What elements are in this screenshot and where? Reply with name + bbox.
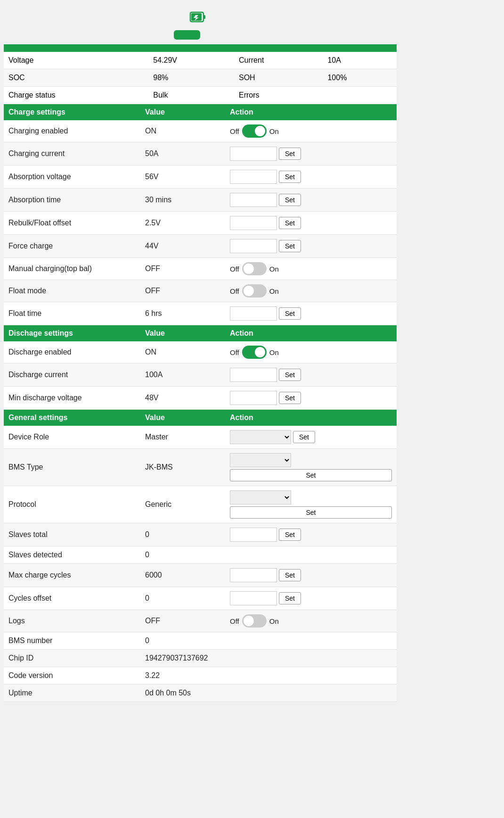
setting-action bbox=[225, 685, 397, 702]
setting-value: OFF bbox=[140, 280, 225, 302]
set-button[interactable]: Set bbox=[230, 506, 392, 519]
setting-value: 0 bbox=[140, 632, 225, 650]
setting-label: Charging current bbox=[4, 142, 140, 165]
setting-label: Slaves detected bbox=[4, 546, 140, 564]
set-button[interactable]: Set bbox=[230, 469, 392, 481]
dropdown-select[interactable] bbox=[230, 453, 291, 467]
value-input[interactable] bbox=[230, 568, 277, 582]
toggle-switch[interactable] bbox=[242, 284, 267, 297]
set-button[interactable]: Set bbox=[279, 240, 301, 252]
settings-row: Protocol Generic Set bbox=[4, 486, 397, 523]
battery-value-1: 54.29V bbox=[148, 52, 234, 69]
battery-label-2: Current bbox=[234, 52, 323, 69]
dropdown-stacked-group: Set bbox=[230, 490, 392, 519]
setting-action: Set bbox=[225, 235, 397, 258]
setting-label: Uptime bbox=[4, 685, 140, 702]
setting-action: Set bbox=[225, 564, 397, 587]
value-input[interactable] bbox=[230, 147, 277, 161]
nav-home[interactable] bbox=[147, 30, 174, 40]
svg-rect-1 bbox=[203, 15, 205, 19]
setting-label: Absorption time bbox=[4, 189, 140, 212]
setting-value: 50A bbox=[140, 142, 225, 165]
setting-action bbox=[225, 632, 397, 650]
section-label: Dischage settings bbox=[4, 325, 140, 341]
toggle-switch[interactable] bbox=[242, 262, 267, 275]
setting-action: Off On bbox=[225, 280, 397, 302]
battery-label-1: Voltage bbox=[4, 52, 148, 69]
value-input[interactable] bbox=[230, 170, 277, 184]
value-input[interactable] bbox=[230, 368, 277, 382]
set-button[interactable]: Set bbox=[279, 194, 301, 206]
set-button[interactable]: Set bbox=[279, 307, 301, 320]
nav-wifi[interactable] bbox=[200, 30, 227, 40]
value-input[interactable] bbox=[230, 239, 277, 253]
set-button[interactable]: Set bbox=[279, 148, 301, 160]
section-action-header: Action bbox=[225, 104, 397, 120]
setting-action: Set bbox=[225, 364, 397, 387]
setting-action: Set bbox=[225, 426, 397, 449]
setting-label: Chip ID bbox=[4, 650, 140, 667]
value-input[interactable] bbox=[230, 391, 277, 405]
toggle-slider bbox=[242, 124, 267, 138]
value-input[interactable] bbox=[230, 193, 277, 207]
setting-value: ON bbox=[140, 341, 225, 364]
section-value-header: Value bbox=[140, 410, 225, 426]
settings-row: BMS number 0 bbox=[4, 632, 397, 650]
settings-row: Uptime 0d 0h 0m 50s bbox=[4, 685, 397, 702]
set-button[interactable]: Set bbox=[279, 529, 301, 541]
toggle-switch[interactable] bbox=[242, 614, 267, 628]
battery-value-2: 10A bbox=[323, 52, 397, 69]
input-set-group: Set bbox=[230, 147, 392, 161]
dropdown-select[interactable] bbox=[230, 490, 291, 504]
input-set-group: Set bbox=[230, 568, 392, 582]
set-button[interactable]: Set bbox=[279, 592, 301, 604]
value-input[interactable] bbox=[230, 306, 277, 321]
settings-row: Force charge 44V Set bbox=[4, 235, 397, 258]
value-input[interactable] bbox=[230, 591, 277, 605]
toggle-switch[interactable] bbox=[242, 124, 267, 138]
setting-action: Off On bbox=[225, 258, 397, 280]
settings-row: Absorption voltage 56V Set bbox=[4, 165, 397, 189]
setting-value: 100A bbox=[140, 364, 225, 387]
setting-value: 0 bbox=[140, 587, 225, 610]
toggle-slider bbox=[242, 262, 267, 275]
setting-value: 30 mins bbox=[140, 189, 225, 212]
input-set-group: Set bbox=[230, 216, 392, 230]
setting-label: Absorption voltage bbox=[4, 165, 140, 189]
nav-settings[interactable] bbox=[174, 30, 200, 40]
section-value-header: Value bbox=[140, 104, 225, 120]
section-value-header: Value bbox=[140, 325, 225, 341]
toggle-on-label: On bbox=[269, 127, 279, 135]
set-button[interactable]: Set bbox=[279, 369, 301, 381]
setting-action: Off On bbox=[225, 610, 397, 632]
dropdown-stacked-group: Set bbox=[230, 453, 392, 481]
setting-label: Device Role bbox=[4, 426, 140, 449]
setting-value: 48V bbox=[140, 387, 225, 410]
battery-info-row: SOC 98% SOH 100% bbox=[4, 69, 397, 87]
section-action-header: Action bbox=[225, 325, 397, 341]
nav-firmware[interactable] bbox=[227, 30, 253, 40]
set-button[interactable]: Set bbox=[279, 171, 301, 183]
battery-label-1: Charge status bbox=[4, 87, 148, 104]
toggle-switch[interactable] bbox=[242, 346, 267, 359]
dropdown-select[interactable] bbox=[230, 430, 291, 444]
toggle-off-label: Off bbox=[230, 617, 239, 625]
set-button[interactable]: Set bbox=[279, 569, 301, 581]
section-header-row: General settings Value Action bbox=[4, 410, 397, 426]
section-header-row: Dischage settings Value Action bbox=[4, 325, 397, 341]
set-button[interactable]: Set bbox=[279, 217, 301, 229]
setting-action: Set bbox=[225, 523, 397, 546]
setting-action: Set bbox=[225, 142, 397, 165]
setting-value: 56V bbox=[140, 165, 225, 189]
value-input[interactable] bbox=[230, 528, 277, 542]
setting-action: Set bbox=[225, 302, 397, 325]
set-button[interactable]: Set bbox=[293, 431, 315, 443]
settings-row: Absorption time 30 mins Set bbox=[4, 189, 397, 212]
toggle-off-label: Off bbox=[230, 348, 239, 356]
value-input[interactable] bbox=[230, 216, 277, 230]
set-button[interactable]: Set bbox=[279, 392, 301, 404]
toggle-off-label: Off bbox=[230, 287, 239, 295]
input-set-group: Set bbox=[230, 528, 392, 542]
setting-action bbox=[225, 667, 397, 685]
toggle-on-label: On bbox=[269, 348, 279, 356]
